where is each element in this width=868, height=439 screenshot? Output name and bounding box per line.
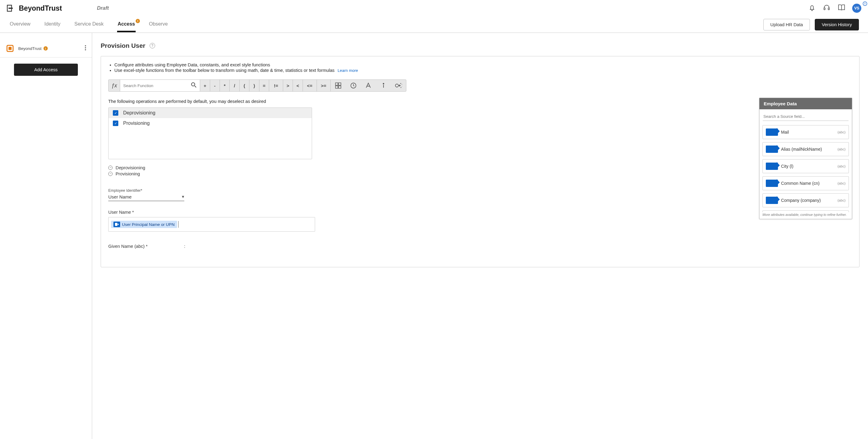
employee-identifier-select[interactable]: User Name ▾ — [108, 193, 184, 201]
ops-row-deprovisioning[interactable]: ✓ Deprovisioning — [108, 108, 312, 118]
ops-label: Provisioning — [123, 121, 150, 126]
svg-rect-23 — [115, 223, 117, 226]
emp-item-mail[interactable]: Mail (abc) — [763, 125, 849, 139]
tab-overview[interactable]: Overview — [9, 17, 31, 32]
add-access-button[interactable]: Add Access — [14, 64, 78, 76]
ops-row-provisioning[interactable]: ✓ Provisioning — [108, 118, 312, 128]
emp-item-label: Alias (mailNickName) — [781, 147, 822, 152]
clock-icon[interactable] — [346, 80, 361, 91]
text-cursor — [178, 221, 179, 228]
removable-deprovisioning[interactable]: − Deprovisioning — [108, 165, 852, 170]
svg-rect-8 — [8, 47, 11, 50]
emp-item-alias[interactable]: Alias (mailNickName) (abc) — [763, 142, 849, 156]
given-name-separator: : — [184, 244, 185, 249]
source-field-icon — [766, 197, 778, 204]
ops-label: Deprovisioning — [123, 110, 155, 116]
employee-data-search-input[interactable] — [763, 113, 848, 121]
upload-hr-data-button[interactable]: Upload HR Data — [764, 19, 810, 30]
info-icon[interactable] — [376, 80, 391, 91]
op-gte[interactable]: >= — [317, 80, 331, 91]
op-lte[interactable]: <= — [303, 80, 317, 91]
fx-icon[interactable]: ƒx — [108, 80, 120, 91]
op-gt[interactable]: > — [283, 80, 293, 91]
svg-rect-15 — [339, 83, 341, 85]
tab-service-desk[interactable]: Service Desk — [74, 17, 104, 32]
sidebar-item-beyondtrust[interactable]: BeyondTrust ! — [0, 39, 92, 58]
avatar-initials: VS — [854, 6, 860, 10]
svg-rect-17 — [339, 86, 341, 88]
version-history-button[interactable]: Version History — [815, 19, 859, 30]
avatar[interactable]: VS — [852, 4, 861, 13]
book-icon[interactable] — [838, 4, 845, 12]
checkbox-checked-icon[interactable]: ✓ — [113, 121, 118, 126]
employee-identifier-value: User Name — [108, 194, 132, 199]
transform-icon[interactable] — [391, 80, 406, 91]
attribute-chip-icon — [114, 222, 120, 227]
emp-item-cn[interactable]: Common Name (cn) (abc) — [763, 176, 849, 190]
emp-item-label: Company (company) — [781, 198, 821, 203]
tab-access-label: Access — [118, 21, 135, 27]
svg-rect-3 — [828, 8, 829, 10]
op-mult[interactable]: * — [220, 80, 229, 91]
username-input[interactable]: User Principal Name or UPN — [108, 217, 315, 232]
avatar-alert-icon — [863, 1, 867, 7]
minus-icon[interactable]: − — [108, 172, 113, 176]
emp-item-label: Common Name (cn) — [781, 181, 819, 186]
source-field-icon — [766, 163, 778, 170]
instruction-line-2: Use excel-style functions from the toolb… — [114, 68, 852, 73]
emp-item-label: City (l) — [781, 164, 794, 169]
kebab-icon[interactable] — [85, 45, 86, 52]
svg-point-20 — [383, 83, 384, 84]
emp-item-type: (abc) — [838, 147, 845, 151]
tab-observe[interactable]: Observe — [148, 17, 168, 32]
text-icon[interactable] — [361, 80, 376, 91]
main-panel: Provision User ? Configure attributes us… — [92, 33, 868, 439]
source-field-icon — [766, 128, 778, 136]
help-icon[interactable]: ? — [150, 43, 155, 49]
instructions: Configure attributes using Employee Data… — [108, 62, 852, 73]
op-minus[interactable]: - — [210, 80, 220, 91]
attribute-chip-upn[interactable]: User Principal Name or UPN — [111, 221, 177, 228]
op-neq[interactable]: != — [269, 80, 283, 91]
svg-point-22 — [395, 84, 398, 87]
op-eq[interactable]: = — [259, 80, 269, 91]
op-plus[interactable]: + — [200, 80, 210, 91]
tab-access[interactable]: Access ! — [117, 17, 136, 32]
tab-identity[interactable]: Identity — [44, 17, 61, 32]
calc-icon[interactable] — [331, 80, 346, 91]
function-search-input[interactable] — [123, 83, 191, 88]
source-field-icon — [766, 146, 778, 153]
learn-more-link[interactable]: Learn more — [338, 68, 358, 73]
brand-name: BeyondTrust — [19, 4, 62, 12]
op-rparen[interactable]: ) — [249, 80, 259, 91]
minus-icon[interactable]: − — [108, 166, 113, 170]
provision-card: Configure attributes using Employee Data… — [101, 56, 860, 267]
chevron-down-icon: ▾ — [182, 194, 184, 199]
function-search[interactable] — [120, 80, 200, 91]
op-lt[interactable]: < — [293, 80, 303, 91]
sidebar-app-name: BeyondTrust — [18, 46, 42, 51]
page-icon — [7, 5, 13, 12]
function-toolbar: ƒx + - * / ( ) = != > < <= >= — [108, 80, 406, 92]
emp-item-type: (abc) — [838, 181, 845, 185]
source-field-icon — [766, 180, 778, 187]
op-lparen[interactable]: ( — [240, 80, 249, 91]
emp-item-label: Mail — [781, 130, 789, 135]
tab-bar: Overview Identity Service Desk Access ! … — [0, 17, 868, 33]
removable-provisioning[interactable]: − Provisioning — [108, 171, 852, 176]
svg-rect-1 — [8, 8, 13, 9]
employee-data-list: Mail (abc) Alias (mailNickName) (abc) Ci… — [760, 121, 852, 212]
svg-rect-16 — [336, 86, 338, 88]
sidebar: BeyondTrust ! Add Access — [0, 33, 92, 439]
emp-item-city[interactable]: City (l) (abc) — [763, 159, 849, 173]
draft-badge: Draft — [97, 5, 109, 11]
employee-data-title: Employee Data — [760, 98, 852, 109]
svg-point-9 — [85, 46, 86, 47]
emp-item-company[interactable]: Company (company) (abc) — [763, 193, 849, 207]
bell-icon[interactable] — [808, 4, 816, 12]
op-div[interactable]: / — [229, 80, 239, 91]
headset-icon[interactable] — [823, 4, 830, 12]
ops-list: ✓ Deprovisioning ✓ Provisioning — [108, 108, 312, 159]
checkbox-checked-icon[interactable]: ✓ — [113, 110, 118, 116]
attribute-chip-label: User Principal Name or UPN — [122, 222, 175, 227]
